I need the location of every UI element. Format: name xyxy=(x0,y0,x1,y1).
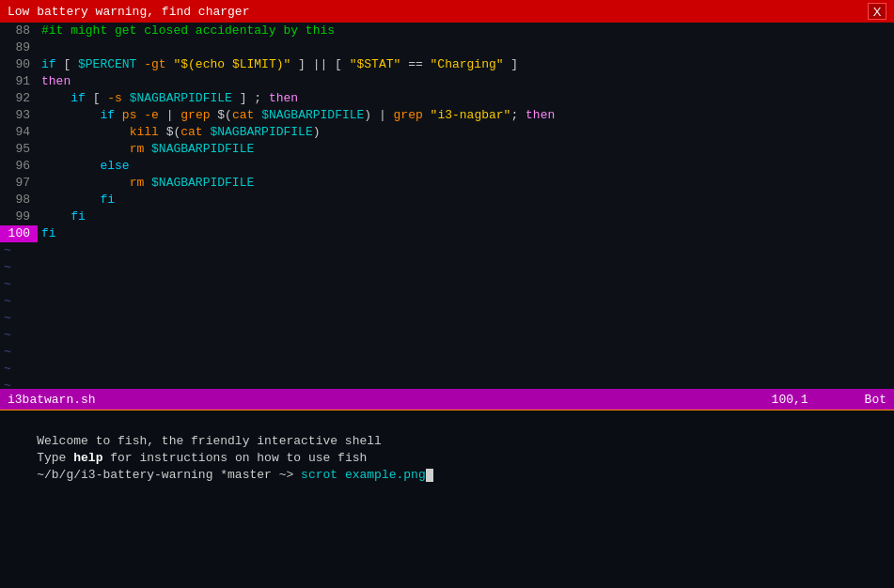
line-content-90: if [ $PERCENT -gt "$(echo $LIMIT)" ] || … xyxy=(38,56,894,73)
tilde-5: ~ xyxy=(0,310,894,327)
line-num-93: 93 xyxy=(0,107,38,124)
tilde-6: ~ xyxy=(0,327,894,344)
terminal-help-cmd: help xyxy=(73,451,102,465)
line-content-91: then xyxy=(38,73,894,90)
line-num-97: 97 xyxy=(0,175,38,192)
tilde-1: ~ xyxy=(0,242,894,259)
line-num-91: 91 xyxy=(0,73,38,90)
tilde-8: ~ xyxy=(0,361,894,378)
line-content-93: if ps -e | grep $(cat $NAGBARPIDFILE) | … xyxy=(38,107,894,124)
code-line-99: 99 fi xyxy=(0,209,894,225)
code-line-97: 97 rm $NAGBARPIDFILE xyxy=(0,175,894,192)
code-line-88: 88 #it might get closed accidentaly by t… xyxy=(0,23,894,39)
code-line-89: 89 xyxy=(0,39,894,56)
title-bar: Low battery warning, find charger X xyxy=(0,0,894,23)
code-line-91: 91 then xyxy=(0,73,894,90)
code-line-90: 90 if [ $PERCENT -gt "$(echo $LIMIT)" ] … xyxy=(0,56,894,73)
tilde-2: ~ xyxy=(0,259,894,276)
line-content-88: #it might get closed accidentaly by this xyxy=(38,23,894,39)
line-num-99: 99 xyxy=(0,209,38,225)
line-num-90: 90 xyxy=(0,56,38,73)
code-line-94: 94 kill $(cat $NAGBARPIDFILE) xyxy=(0,124,894,141)
tilde-3: ~ xyxy=(0,276,894,293)
code-line-95: 95 rm $NAGBARPIDFILE xyxy=(0,141,894,158)
code-line-96: 96 else xyxy=(0,158,894,175)
line-content-99: fi xyxy=(38,209,894,225)
terminal-cursor xyxy=(426,469,433,482)
title-text: Low battery warning, find charger xyxy=(8,5,249,19)
terminal-prompt-cmd: scrot example.png xyxy=(301,468,426,482)
terminal-line-1: Welcome to fish, the friendly interactiv… xyxy=(8,416,886,433)
terminal-area[interactable]: Welcome to fish, the friendly interactiv… xyxy=(0,410,894,588)
status-bar: i3batwarn.sh 100,1 Bot xyxy=(0,389,894,410)
terminal-type-pre: Type xyxy=(37,451,73,465)
line-num-95: 95 xyxy=(0,141,38,158)
line-num-88: 88 xyxy=(0,23,38,39)
terminal-type-post: for instructions on how to use fish xyxy=(102,451,367,465)
tilde-9: ~ xyxy=(0,378,894,389)
line-num-89: 89 xyxy=(0,39,38,56)
line-content-100: fi xyxy=(38,225,894,242)
code-line-93: 93 if ps -e | grep $(cat $NAGBARPIDFILE)… xyxy=(0,107,894,124)
line-content-92: if [ -s $NAGBARPIDFILE ] ; then xyxy=(38,90,894,107)
line-num-100: 100 xyxy=(0,225,38,242)
line-content-94: kill $(cat $NAGBARPIDFILE) xyxy=(38,124,894,141)
line-content-98: fi xyxy=(38,192,894,209)
terminal-welcome: Welcome to fish, the friendly interactiv… xyxy=(37,434,382,448)
line-num-94: 94 xyxy=(0,124,38,141)
editor-area: 88 #it might get closed accidentaly by t… xyxy=(0,23,894,389)
status-filename: i3batwarn.sh xyxy=(8,393,96,407)
terminal-prompt-pre: ~/b/g/i3-battery-warning *master ~> xyxy=(37,468,301,482)
tilde-7: ~ xyxy=(0,344,894,361)
line-num-96: 96 xyxy=(0,158,38,175)
line-num-98: 98 xyxy=(0,192,38,209)
close-button[interactable]: X xyxy=(868,3,886,20)
code-line-92: 92 if [ -s $NAGBARPIDFILE ] ; then xyxy=(0,90,894,107)
line-content-95: rm $NAGBARPIDFILE xyxy=(38,141,894,158)
code-line-100: 100 fi xyxy=(0,225,894,242)
line-content-96: else xyxy=(38,158,894,175)
line-content-97: rm $NAGBARPIDFILE xyxy=(38,175,894,192)
status-scroll: Bot xyxy=(865,393,886,407)
line-num-92: 92 xyxy=(0,90,38,107)
code-line-98: 98 fi xyxy=(0,192,894,209)
tilde-4: ~ xyxy=(0,293,894,310)
status-position: 100,1 xyxy=(772,393,808,407)
status-right: 100,1 Bot xyxy=(772,393,886,407)
